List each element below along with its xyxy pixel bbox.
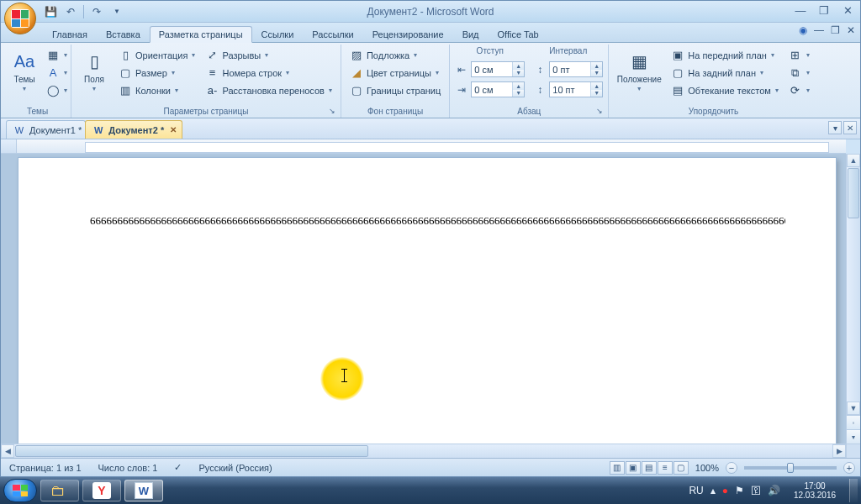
spin-down[interactable]: ▼ <box>591 90 602 97</box>
status-page[interactable]: Страница: 1 из 1 <box>6 463 85 473</box>
send-back-button[interactable]: ▢На задний план▾ <box>668 64 782 81</box>
tray-safely-remove-icon[interactable]: ● <box>722 485 728 496</box>
tab-office-tab[interactable]: Office Tab <box>489 26 548 42</box>
orientation-button[interactable]: ▯Ориентация▾ <box>115 46 198 64</box>
doc-tab-1[interactable]: W Документ1 * <box>6 120 86 139</box>
page-color-button[interactable]: ◢Цвет страницы▾ <box>346 64 444 81</box>
theme-fonts-button[interactable]: A▾ <box>43 64 71 81</box>
minimize-button[interactable]: — <box>793 3 808 17</box>
tab-review[interactable]: Рецензирование <box>363 26 453 42</box>
tray-volume-icon[interactable]: 🔊 <box>768 485 780 496</box>
zoom-slider-knob[interactable] <box>787 463 794 473</box>
tab-page-layout[interactable]: Разметка страницы <box>150 26 252 43</box>
status-language[interactable]: Русский (Россия) <box>195 463 275 473</box>
text-wrap-button[interactable]: ▤Обтекание текстом▾ <box>668 81 782 99</box>
spin-up[interactable]: ▲ <box>591 82 602 90</box>
tab-insert[interactable]: Вставка <box>97 26 150 42</box>
view-full-screen[interactable]: ▣ <box>626 461 641 475</box>
vertical-scrollbar[interactable]: ▲ ▼ ◦ ▾ <box>846 154 860 444</box>
prev-page-button[interactable]: ◦ <box>847 415 860 429</box>
theme-colors-button[interactable]: ▦▾ <box>43 46 71 64</box>
line-numbers-button[interactable]: ≡Номера строк▾ <box>202 64 335 81</box>
theme-effects-button[interactable]: ◯▾ <box>43 81 71 99</box>
scroll-up-button[interactable]: ▲ <box>847 154 860 167</box>
zoom-in-button[interactable]: + <box>843 462 855 474</box>
qat-customize-dropdown[interactable]: ▼ <box>109 4 124 19</box>
spin-down[interactable]: ▼ <box>513 90 524 97</box>
horizontal-ruler[interactable] <box>1 139 846 154</box>
doc-tab-close[interactable]: ✕ <box>168 125 178 135</box>
close-button[interactable]: ✕ <box>840 3 855 17</box>
scroll-thumb[interactable] <box>848 168 859 218</box>
themes-button[interactable]: Aa Темы ▼ <box>9 46 40 106</box>
zoom-out-button[interactable]: − <box>726 462 737 474</box>
page-setup-launcher[interactable]: ↘ <box>329 107 335 115</box>
restore-button[interactable]: ❐ <box>816 3 832 17</box>
office-button[interactable] <box>4 3 36 34</box>
help-icon[interactable]: ◉ <box>799 24 807 36</box>
tray-clock[interactable]: 17:00 12.03.2016 <box>787 481 843 501</box>
taskbar-word[interactable]: W <box>124 480 163 501</box>
horizontal-scrollbar[interactable]: ◀ ▶ <box>1 444 846 458</box>
status-proofing[interactable]: ✓ <box>171 462 185 473</box>
scroll-right-button[interactable]: ▶ <box>832 444 846 458</box>
columns-button[interactable]: ▥Колонки▾ <box>115 81 198 99</box>
tab-view[interactable]: Вид <box>453 26 489 42</box>
align-button[interactable]: ⊞▾ <box>785 46 813 64</box>
undo-button[interactable]: ↶ <box>63 4 78 19</box>
show-desktop-button[interactable] <box>849 479 858 502</box>
document-body-text[interactable]: 6666666666666666666666666666666666666666… <box>90 213 785 228</box>
view-print-layout[interactable]: ▥ <box>610 461 625 475</box>
chevron-down-icon: ▼ <box>637 86 642 92</box>
taskbar-yandex[interactable]: Y <box>82 480 121 501</box>
margins-button[interactable]: ▯ Поля ▼ <box>77 46 112 106</box>
spin-up[interactable]: ▲ <box>591 62 602 70</box>
spin-up[interactable]: ▲ <box>513 82 524 90</box>
tab-close-all[interactable]: ✕ <box>843 121 857 134</box>
page-borders-button[interactable]: ▢Границы страниц <box>346 81 444 99</box>
paragraph-launcher[interactable]: ↘ <box>596 107 603 115</box>
scroll-left-button[interactable]: ◀ <box>1 444 14 458</box>
bring-front-button[interactable]: ▣На передний план▾ <box>668 46 782 64</box>
space-before-field[interactable]: ▲▼ <box>549 61 603 77</box>
spin-down[interactable]: ▼ <box>513 70 524 77</box>
indent-left-field[interactable]: ▲▼ <box>471 61 525 77</box>
zoom-slider[interactable] <box>744 466 837 470</box>
tray-hidden-icons[interactable]: ▴ <box>710 485 716 496</box>
document-page[interactable]: 6666666666666666666666666666666666666666… <box>18 157 837 458</box>
doc-close-button[interactable]: ✕ <box>847 24 855 36</box>
view-draft[interactable]: ▢ <box>673 461 689 475</box>
position-button[interactable]: ▦ Положение ▼ <box>614 46 664 106</box>
view-outline[interactable]: ≡ <box>658 461 673 475</box>
tab-references[interactable]: Ссылки <box>252 26 304 42</box>
redo-button[interactable]: ↷ <box>89 4 104 19</box>
scroll-thumb[interactable] <box>15 445 368 457</box>
spin-up[interactable]: ▲ <box>513 62 524 70</box>
spin-down[interactable]: ▼ <box>591 70 602 77</box>
group-button[interactable]: ⧉▾ <box>785 64 813 81</box>
watermark-button[interactable]: ▨Подложка▾ <box>346 46 444 64</box>
tray-network-icon[interactable]: ⚿ <box>751 485 761 496</box>
space-after-field[interactable]: ▲▼ <box>549 81 603 97</box>
zoom-level[interactable]: 100% <box>695 463 719 473</box>
next-page-button[interactable]: ▾ <box>847 429 860 444</box>
scroll-down-button[interactable]: ▼ <box>847 402 860 415</box>
size-button[interactable]: ▢Размер▾ <box>115 64 198 81</box>
doc-restore-button[interactable]: ❐ <box>831 24 840 36</box>
doc-minimize-button[interactable]: — <box>814 24 824 36</box>
tray-lang[interactable]: RU <box>689 485 703 496</box>
rotate-button[interactable]: ⟳▾ <box>785 81 813 99</box>
tab-home[interactable]: Главная <box>43 26 97 42</box>
view-web-layout[interactable]: ▤ <box>642 461 657 475</box>
start-button[interactable] <box>3 479 37 502</box>
tab-list-dropdown[interactable]: ▾ <box>828 121 842 134</box>
tray-action-center-icon[interactable]: ⚑ <box>735 485 744 496</box>
indent-right-field[interactable]: ▲▼ <box>471 81 525 97</box>
breaks-button[interactable]: ⤢Разрывы▾ <box>202 46 335 64</box>
doc-tab-2[interactable]: W Документ2 * ✕ <box>85 120 182 139</box>
save-button[interactable]: 💾 <box>43 4 58 19</box>
status-word-count[interactable]: Число слов: 1 <box>95 463 161 473</box>
taskbar-explorer[interactable]: 🗀 <box>40 480 79 501</box>
hyphenation-button[interactable]: a-Расстановка переносов▾ <box>202 81 335 99</box>
tab-mailings[interactable]: Рассылки <box>303 26 362 42</box>
